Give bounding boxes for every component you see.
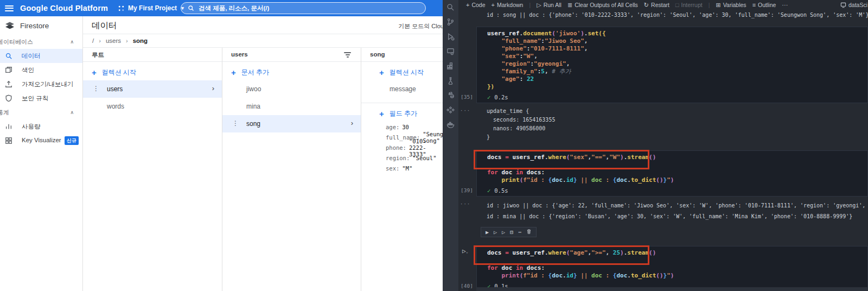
- firestore-columns: 루트+컬렉션 시작⋮users›wordsusers+문서 추가jiwoomin…: [83, 48, 443, 291]
- add-field-button[interactable]: +필드 추가: [361, 105, 443, 122]
- action-label: 컬렉션 시작: [390, 68, 424, 77]
- toolbar-interrupt-button[interactable]: □Interrupt: [675, 2, 703, 8]
- toolbar-outline-button[interactable]: ≡Outline: [752, 2, 776, 8]
- sidebar-item-색인[interactable]: 색인: [0, 63, 82, 77]
- remote-explorer-icon[interactable]: [446, 47, 455, 55]
- field-region[interactable]: region:"Seoul": [361, 153, 443, 163]
- kebab-menu-icon[interactable]: ⋮: [232, 119, 239, 127]
- sidebar-item-label: 가져오기/내보내기: [22, 80, 73, 88]
- field-phone[interactable]: phone:"010-2222-3333": [361, 142, 443, 153]
- docker-icon[interactable]: [446, 121, 455, 129]
- code-line: "sex":"W",: [487, 53, 867, 60]
- column-users: users+문서 추가jiwoomina⋮song›: [222, 48, 361, 291]
- field-value: "M": [402, 165, 412, 172]
- code-line: "family_n":5, # 추가: [487, 68, 867, 75]
- code-cell[interactable]: ▷⌄docs = users_ref.where("age",">=", 25)…: [476, 246, 868, 291]
- page-title-row: 데이터 기본 모드의 Clou: [83, 16, 443, 34]
- plus-icon: +: [379, 68, 384, 77]
- import-export-icon: [5, 80, 12, 88]
- new-badge: 신규: [65, 136, 79, 145]
- toolbar-run-all-button[interactable]: ▷Run All: [537, 2, 561, 9]
- code-cell[interactable]: users_ref.document('jiwoo').set({ "full_…: [476, 27, 868, 103]
- gcp-topbar: Google Cloud Platform My First Project ▾…: [0, 0, 443, 16]
- chevron-right-icon: ›: [212, 84, 214, 92]
- testing-icon[interactable]: [446, 77, 455, 85]
- cell-status: [39]✓0.5s: [487, 186, 867, 195]
- divider: [361, 103, 443, 103]
- firestore-sidebar: 데이터베이스∧데이터색인가져오기/내보내기보안 규칙통계∧사용량Key Visu…: [0, 35, 82, 148]
- field-sex[interactable]: sex:"M": [361, 163, 443, 173]
- sidebar-item-가져오기/내보내기[interactable]: 가져오기/내보내기: [0, 77, 82, 91]
- run-debug-icon[interactable]: [446, 33, 455, 41]
- filter-icon[interactable]: [344, 52, 351, 59]
- run-cell-button[interactable]: ▷⌄: [462, 248, 468, 255]
- row-song[interactable]: ⋮song›: [222, 115, 361, 132]
- firestore-product-header: Firestore: [0, 16, 82, 35]
- start-collection-button[interactable]: +문서 추가: [222, 64, 361, 80]
- source-control-icon[interactable]: [446, 18, 455, 26]
- breadcrumb-root[interactable]: /: [92, 37, 94, 44]
- breadcrumb-item[interactable]: users: [106, 37, 121, 44]
- toolbar-restart-button[interactable]: ↻Restart: [644, 2, 669, 9]
- field-key: age:: [386, 124, 399, 130]
- run-cell-icon[interactable]: ▷: [494, 229, 497, 235]
- column-header: users: [222, 48, 361, 62]
- sidebar-item-보안 규칙[interactable]: 보안 규칙: [0, 91, 82, 105]
- extensions-icon[interactable]: [446, 62, 455, 70]
- more-icon[interactable]: ⋯: [518, 229, 521, 235]
- project-selector[interactable]: My First Project ▾: [118, 4, 184, 12]
- row-users[interactable]: ⋮users›: [83, 80, 222, 98]
- code-cell[interactable]: docs = users_ref.where("sex","==","W").s…: [476, 150, 868, 197]
- toolbar-clear-outputs-of-all-cells-button[interactable]: ≣Clear Outputs of All Cells: [567, 2, 638, 9]
- run-above-icon[interactable]: ▶: [486, 229, 489, 235]
- gcp-search-input[interactable]: 검색 제품, 리소스, 문서(/): [181, 2, 426, 14]
- sidebar-item-Key Visualizer[interactable]: Key Visualizer신규: [0, 134, 82, 148]
- row-message[interactable]: message: [361, 80, 443, 98]
- notebook-cells: users_ref.document('jiwoo').set({ "full_…: [476, 27, 868, 291]
- toolbar-markdown-button[interactable]: +Markdown: [492, 2, 524, 8]
- row-label: users: [107, 85, 123, 93]
- execution-time: 0.5s: [494, 187, 508, 194]
- execution-count: [39]: [461, 187, 473, 193]
- toolbar-···-button[interactable]: ···: [782, 2, 788, 8]
- next-cell-edge: [476, 287, 868, 291]
- action-label: 필드 추가: [390, 109, 417, 118]
- success-check-icon: ✓: [487, 94, 490, 100]
- search-icon[interactable]: [446, 3, 455, 11]
- gcp-console-panel: Google Cloud Platform My First Project ▾…: [0, 0, 443, 291]
- sidebar-item-사용량[interactable]: 사용량: [0, 119, 82, 134]
- plus-icon: +: [379, 109, 384, 118]
- sidebar-section-header[interactable]: 통계∧: [0, 105, 82, 119]
- kernel-selector[interactable]: dataSci: [840, 0, 868, 10]
- column-rows: jiwoomina⋮song›: [222, 80, 361, 132]
- split-cell-icon[interactable]: ⊟: [510, 229, 513, 235]
- toolbar-variables-button[interactable]: ⊞Variables: [716, 2, 746, 9]
- toolbar-code-button[interactable]: +Code: [466, 2, 486, 8]
- cell-output: update_time { seconds: 1654163355 nanos:…: [487, 107, 868, 142]
- column-header: song: [361, 48, 443, 62]
- debug-cell-icon[interactable]: ▷: [502, 229, 505, 235]
- plus-icon: +: [231, 68, 236, 77]
- notebook-cells-area: id : song || doc : {'phone': '010-2222-3…: [476, 10, 868, 291]
- sidebar-item-데이터[interactable]: 데이터: [0, 49, 82, 63]
- intellicode-icon[interactable]: [446, 106, 455, 114]
- kebab-menu-icon[interactable]: ⋮: [93, 85, 99, 92]
- chevron-right-icon: ›: [99, 37, 101, 44]
- hamburger-menu-icon[interactable]: [5, 5, 14, 11]
- breadcrumb-item[interactable]: song: [133, 37, 148, 44]
- row-jiwoo[interactable]: jiwoo: [222, 80, 361, 98]
- interrupt-icon: □: [675, 2, 679, 8]
- start-collection-button[interactable]: +컬렉션 시작: [83, 64, 222, 80]
- chevron-right-icon: ›: [351, 119, 353, 127]
- action-label: 컬렉션 시작: [102, 68, 136, 77]
- sidebar-section-header[interactable]: 데이터베이스∧: [0, 35, 82, 49]
- row-words[interactable]: words: [83, 98, 222, 115]
- key-visualizer-icon: [5, 137, 12, 144]
- delete-cell-icon[interactable]: [526, 229, 532, 236]
- start-collection-button[interactable]: +컬렉션 시작: [361, 64, 443, 80]
- gcp-brand[interactable]: Google Cloud Platform: [20, 4, 108, 12]
- row-mina[interactable]: mina: [222, 98, 361, 115]
- python-icon[interactable]: [446, 91, 455, 99]
- field-key: region:: [386, 155, 410, 161]
- outline-icon: ≡: [752, 2, 756, 8]
